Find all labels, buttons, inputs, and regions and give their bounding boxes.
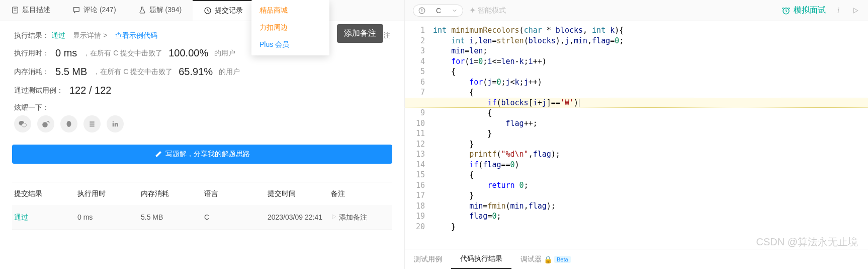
lock-icon: 🔒 [544,255,552,263]
submissions-table: 提交结果 执行用时 内存消耗 语言 提交时间 备注 通过 0 ms 5.5 MB… [12,182,392,230]
write-solution-button[interactable]: 写题解，分享我的解题思路 [12,145,392,164]
svg-point-8 [67,121,71,127]
description-icon [11,6,19,14]
linkedin-icon[interactable] [107,115,124,132]
show-detail-link[interactable]: 显示详情 > [73,31,107,39]
th-note: 备注 [329,189,392,198]
beta-badge: Beta [554,256,571,263]
pen-icon [154,150,162,158]
bottom-tab-debugger[interactable]: 调试器 🔒 Beta [511,249,580,269]
tooltip-add-note: 添加备注 [337,24,383,43]
tab-submissions[interactable]: 提交记录 [193,0,254,21]
td-ts: 2023/03/09 22:41 [266,213,329,222]
clock-icon [204,7,212,15]
td-time: 0 ms [75,213,139,222]
result-label: 执行结果： [14,31,49,39]
code-editor[interactable]: 1234567891011121314151617181920 int mini… [405,21,868,249]
time-label: 执行用时： [14,49,49,58]
tab-label: 题解 (394) [149,6,182,15]
mem-value: 5.5 MB [55,66,87,78]
view-example-link[interactable]: 查看示例代码 [115,31,157,39]
table-row[interactable]: 通过 0 ms 5.5 MB C 2023/03/09 22:41 添加备注 [12,206,392,230]
language-value: C [436,7,441,15]
qq-icon[interactable] [60,115,77,132]
alarm-icon [782,6,791,15]
time-value: 0 ms [55,47,77,59]
info-icon [418,7,425,14]
td-mem: 5.5 MB [139,213,202,222]
bottom-tab-testcases[interactable]: 测试用例 [405,249,451,269]
code-content: int minimumRecolors(char * blocks, int k… [433,25,868,232]
douban-icon[interactable] [83,115,101,132]
svg-marker-14 [332,215,336,219]
run-button[interactable] [851,6,860,15]
th-lang: 语言 [202,189,266,198]
weibo-icon[interactable] [37,115,54,132]
cases-label: 通过测试用例： [14,86,63,95]
flask-icon [138,6,146,14]
editor-toolbar: C ✦ 智能模式 模拟面试 i [405,0,868,21]
mem-label: 内存消耗： [14,68,49,77]
tab-description[interactable]: 题目描述 [0,0,61,21]
th-mem: 内存消耗 [139,189,202,198]
svg-rect-11 [90,125,94,126]
svg-rect-10 [90,123,94,124]
svg-point-17 [421,9,422,9]
bottom-tab-output[interactable]: 代码执行结果 [451,249,511,269]
svg-point-7 [42,122,48,127]
td-status: 通过 [12,213,75,222]
tab-label: 评论 (247) [83,6,116,15]
chevron-down-icon [452,8,458,14]
svg-marker-19 [854,8,858,13]
sparkle-icon: ✦ [469,6,476,15]
th-ts: 提交时间 [266,189,329,198]
tab-comments[interactable]: 评论 (247) [61,0,127,21]
tab-label: 提交记录 [215,6,243,15]
share-icons [14,115,390,132]
svg-rect-12 [113,123,114,126]
dropdown-item-merch[interactable]: 力扣周边 [251,19,329,36]
store-dropdown: 精品商城 力扣周边 Plus 会员 [251,0,329,55]
tab-label: 题目描述 [22,6,50,15]
svg-point-6 [22,123,27,127]
result-status: 通过 [51,31,65,39]
boast-label: 炫耀一下： [14,103,49,112]
th-time: 执行用时 [75,189,139,198]
svg-point-13 [113,121,114,122]
time-percent: 100.00% [168,47,208,59]
language-select[interactable]: C [413,5,463,17]
cases-value: 122 / 122 [69,85,111,96]
dropdown-item-plus[interactable]: Plus 会员 [251,36,329,53]
tab-solutions[interactable]: 题解 (394) [127,0,193,21]
play-icon [331,214,337,220]
comment-icon [72,6,80,14]
top-tabs: 题目描述 评论 (247) 题解 (394) 提交记录 [0,0,404,21]
svg-rect-9 [90,121,94,122]
wechat-icon[interactable] [14,115,31,132]
td-note[interactable]: 添加备注 [329,213,392,222]
mem-percent: 65.91% [179,66,213,78]
gutter: 1234567891011121314151617181920 [405,21,429,249]
smart-mode[interactable]: ✦ 智能模式 [469,6,506,15]
mock-interview-button[interactable]: 模拟面试 [782,5,826,16]
th-result: 提交结果 [12,189,75,198]
info-button[interactable]: i [834,6,843,15]
td-lang: C [202,213,266,222]
bottom-tabs: 测试用例 代码执行结果 调试器 🔒 Beta [405,249,868,269]
dropdown-item-store[interactable]: 精品商城 [251,2,329,19]
